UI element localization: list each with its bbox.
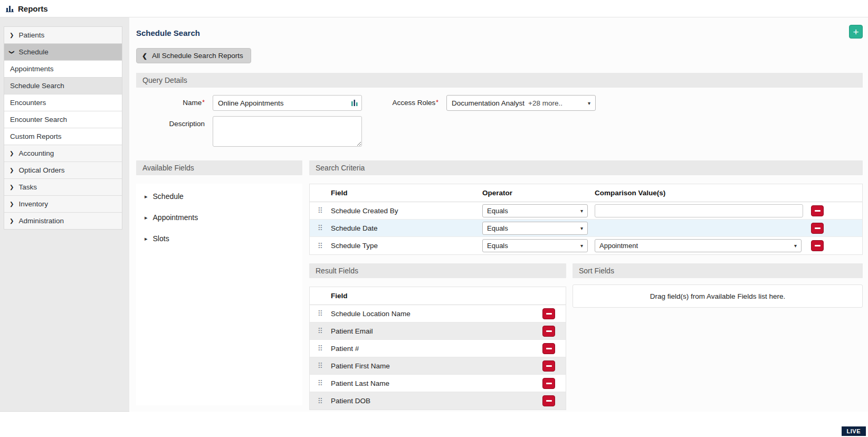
minus-icon [546,348,552,349]
sidebar-item-administration[interactable]: ❯ Administration [4,213,122,229]
tree-item-schedule[interactable]: ▸ Schedule [145,192,302,201]
sidebar-item-label: Optical Orders [18,166,64,174]
result-field-label: Patient Last Name [331,379,542,387]
chevron-right-icon: ❯ [9,168,14,173]
chevron-right-icon: ❯ [9,151,14,156]
sidebar-item-inventory[interactable]: ❯ Inventory [4,196,122,213]
available-fields-tree: ▸ Schedule ▸ Appointments ▸ Slots [136,184,302,405]
sidebar-item-optical-orders[interactable]: ❯ Optical Orders [4,162,122,179]
sidebar-item-schedule-search[interactable]: Schedule Search [4,78,122,94]
sidebar-item-label: Tasks [18,183,37,191]
drag-handle-icon[interactable]: ⠿ [318,397,323,405]
required-marker: * [436,99,438,106]
chevron-right-icon: ❯ [9,33,14,38]
sidebar-item-tasks[interactable]: ❯ Tasks [4,179,122,196]
back-button-label: All Schedule Search Reports [152,52,243,60]
result-field-row: ⠿ Patient # [310,340,566,357]
search-criteria-header: Search Criteria [309,160,863,175]
result-field-label: Schedule Location Name [331,310,542,318]
remove-result-field-button[interactable] [542,360,555,372]
sort-fields-panel: Sort Fields Drag field(s) from Available… [573,263,863,308]
sidebar-item-schedule[interactable]: ❯ Schedule [4,44,122,61]
drag-handle-icon[interactable]: ⠿ [318,224,323,232]
criteria-row-schedule-date: ⠿ Schedule Date Equals ▾ [310,220,862,237]
criteria-row-schedule-type: ⠿ Schedule Type Equals ▾ Appointment ▾ [310,237,862,254]
search-criteria-panel: Search Criteria Field Operator Compariso… [309,160,863,410]
top-bar: Reports [0,0,868,17]
remove-result-field-button[interactable] [542,308,555,319]
drag-handle-icon[interactable]: ⠿ [318,362,323,369]
sidebar-item-encounters[interactable]: Encounters [4,94,122,111]
drag-handle-icon[interactable]: ⠿ [318,207,323,214]
access-roles-select[interactable]: Documentation Analyst +28 more.. ▾ [446,95,596,111]
merge-field-bars-icon[interactable] [351,99,358,107]
all-schedule-search-reports-button[interactable]: ❮ All Schedule Search Reports [136,48,251,63]
triangle-right-icon: ▸ [145,193,148,200]
operator-select[interactable]: Equals ▾ [482,204,588,217]
remove-criteria-button[interactable] [811,223,824,234]
remove-criteria-button[interactable] [811,205,824,216]
operator-select[interactable]: Equals ▾ [482,222,588,235]
sidebar-item-accounting[interactable]: ❯ Accounting [4,145,122,162]
operator-value: Equals [487,224,508,232]
drag-handle-icon[interactable]: ⠿ [318,327,323,335]
drag-handle-icon[interactable]: ⠿ [318,310,323,317]
column-header-field: Field [331,189,482,197]
plus-icon: + [853,27,859,37]
sidebar-item-label: Encounters [10,99,46,107]
remove-result-field-button[interactable] [542,343,555,354]
available-fields-header: Available Fields [136,160,302,175]
drag-handle-icon[interactable]: ⠿ [318,345,323,352]
live-status-badge: LIVE [842,426,866,436]
sidebar-item-appointments[interactable]: Appointments [4,61,122,78]
criteria-field-label: Schedule Date [331,224,482,232]
sidebar-item-label: Accounting [18,149,54,157]
remove-criteria-button[interactable] [811,240,824,251]
result-fields-column-header: Field [310,287,566,305]
sidebar-item-label: Patients [18,31,44,39]
sidebar-item-label: Schedule [18,48,48,56]
search-criteria-table-header: Field Operator Comparison Value(s) [310,184,862,202]
main-content: Schedule Search + ❮ All Schedule Search … [129,17,868,412]
triangle-right-icon: ▸ [145,235,148,242]
remove-result-field-button[interactable] [542,378,555,389]
tree-item-appointments[interactable]: ▸ Appointments [145,213,302,222]
drag-handle-icon[interactable]: ⠿ [318,242,323,250]
result-fields-panel: Result Fields Field ⠿ Schedule Location … [309,263,566,410]
remove-result-field-button[interactable] [542,326,555,337]
minus-icon [815,210,821,212]
sort-fields-title: Sort Fields [579,267,614,275]
sort-fields-header: Sort Fields [573,263,863,278]
sort-fields-drop-zone[interactable]: Drag field(s) from Available Fields list… [573,284,863,308]
minus-icon [815,245,821,246]
tree-item-slots[interactable]: ▸ Slots [145,234,302,243]
name-input[interactable] [213,95,362,111]
drop-zone-placeholder: Drag field(s) from Available Fields list… [650,292,785,300]
result-field-label: Patient First Name [331,362,542,370]
operator-select[interactable]: Equals ▾ [482,239,588,252]
sidebar-item-encounter-search[interactable]: Encounter Search [4,111,122,128]
chevron-right-icon: ❯ [9,202,14,207]
remove-result-field-button[interactable] [542,395,555,406]
comparison-value-input[interactable] [595,204,803,217]
result-field-label: Patient DOB [331,397,542,405]
sidebar-item-label: Administration [18,217,64,225]
search-criteria-title: Search Criteria [316,164,365,172]
chevron-down-icon: ❯ [9,50,14,54]
result-fields-header: Result Fields [309,263,566,278]
query-details-title: Query Details [142,76,187,84]
sidebar-item-label: Encounter Search [10,116,67,124]
sidebar-item-custom-reports[interactable]: Custom Reports [4,128,122,145]
sidebar-item-patients[interactable]: ❯ Patients [4,27,122,44]
comparison-value-select[interactable]: Appointment ▾ [595,239,802,252]
drag-handle-icon[interactable]: ⠿ [318,379,323,387]
comparison-value: Appointment [599,242,638,250]
access-roles-label: Access Roles* [362,95,438,107]
dropdown-caret-icon: ▾ [588,100,590,106]
description-label: Description [136,116,205,128]
operator-value: Equals [487,207,508,215]
minus-icon [546,330,552,332]
description-textarea[interactable] [213,116,362,147]
query-details-form: Name* Access Roles* Do [136,95,863,147]
add-report-button[interactable]: + [849,25,863,39]
